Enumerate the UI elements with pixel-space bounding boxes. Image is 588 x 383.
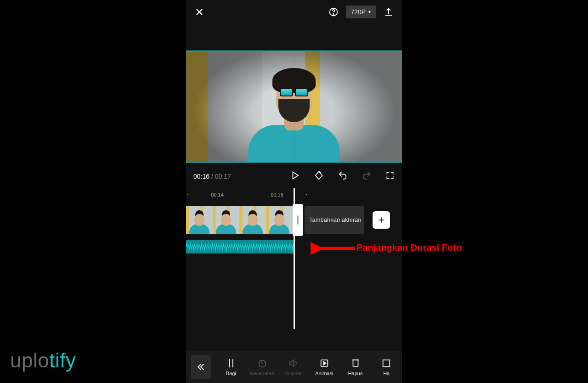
tool-label: Kecepatan <box>250 371 274 376</box>
clip-trim-handle[interactable] <box>293 204 303 236</box>
video-clip[interactable]: 16.6s <box>186 206 293 234</box>
watermark: uplotify <box>10 349 76 372</box>
bg-icon <box>381 358 391 368</box>
current-time: 00:16 <box>193 173 209 180</box>
tool-delete[interactable]: Hapus <box>340 358 371 376</box>
ruler-mark: 00:16 <box>271 192 283 197</box>
svg-rect-5 <box>353 360 358 366</box>
toolbar-back-button[interactable] <box>191 355 211 379</box>
resolution-label: 720P <box>351 8 366 16</box>
chevron-down-icon: ▼ <box>368 10 372 14</box>
tool-speed: Kecepatan <box>247 358 278 376</box>
tool-volume: Volume <box>277 358 309 376</box>
time-display: 00:16 / 00:17 <box>193 173 231 180</box>
add-ending-tile[interactable]: Tambahkan akhiran <box>305 206 364 234</box>
ending-label: Tambahkan akhiran <box>309 216 361 224</box>
top-bar: 720P ▼ <box>186 0 402 24</box>
total-time: 00:17 <box>215 173 231 180</box>
volume-icon <box>288 358 298 368</box>
tool-anim[interactable]: Animasi <box>309 358 340 376</box>
export-icon[interactable] <box>384 7 394 17</box>
speed-icon <box>257 358 267 368</box>
ruler-mark: 00:14 <box>211 192 224 197</box>
add-clip-button[interactable]: + <box>373 211 390 229</box>
timeline[interactable]: 16.6s Tambahkan akhiran + <box>186 200 402 329</box>
play-icon[interactable] <box>290 170 300 182</box>
close-icon[interactable] <box>194 7 204 17</box>
tool-label: Hapus <box>348 371 363 376</box>
delete-icon <box>351 358 361 368</box>
svg-rect-6 <box>383 360 390 366</box>
redo-icon <box>362 170 372 182</box>
tool-label: Volume <box>285 371 302 376</box>
fullscreen-icon[interactable] <box>385 171 395 182</box>
video-preview[interactable] <box>186 51 402 163</box>
tool-label: Animasi <box>315 371 333 376</box>
preview-frame <box>186 51 402 162</box>
keyframe-icon[interactable] <box>314 170 324 182</box>
bottom-toolbar: BagiKecepatanVolumeAnimasiHapusHa <box>186 351 402 383</box>
app-screen: 720P ▼ 00:16 / 00:17 <box>186 0 402 383</box>
playback-controls: 00:16 / 00:17 <box>186 163 402 190</box>
tool-label: Ha <box>383 371 390 376</box>
tool-bg[interactable]: Ha <box>371 358 402 376</box>
anim-icon <box>319 358 329 368</box>
annotation-text: Panjangkan Durasi Foto <box>356 242 462 253</box>
undo-icon[interactable] <box>338 170 348 182</box>
tool-split[interactable]: Bagi <box>215 358 247 376</box>
help-icon[interactable] <box>328 7 339 17</box>
plus-icon: + <box>378 214 384 226</box>
svg-point-1 <box>334 14 334 14</box>
audio-track[interactable] <box>186 240 294 253</box>
tool-label: Bagi <box>226 371 236 376</box>
resolution-button[interactable]: 720P ▼ <box>346 6 376 18</box>
split-icon <box>226 358 236 368</box>
